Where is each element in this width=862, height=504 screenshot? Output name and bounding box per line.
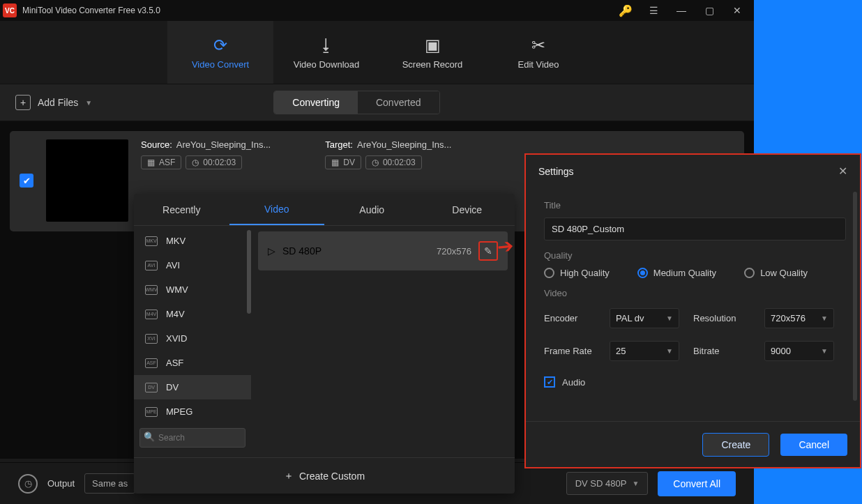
encoder-select[interactable]: PAL dv▼ xyxy=(610,308,679,328)
dialog-title: Settings xyxy=(538,166,574,177)
tab-video[interactable]: Video xyxy=(229,194,325,225)
format-search: 🔍 xyxy=(139,428,245,448)
resolution-label: Resolution xyxy=(693,313,750,323)
format-icon: MKV xyxy=(145,236,158,246)
quality-label: Quality xyxy=(544,250,846,261)
search-icon: 🔍 xyxy=(144,432,155,442)
chevron-down-icon: ▼ xyxy=(85,99,92,107)
output-folder-select[interactable]: Same as xyxy=(84,473,135,494)
sidebar-item-wmv[interactable]: WMVWMV xyxy=(134,277,251,302)
sidebar-item-m4v[interactable]: M4VM4V xyxy=(134,302,251,326)
source-container: ▦ ASF xyxy=(141,155,181,169)
format-icon: WMV xyxy=(145,285,158,295)
plus-icon: + xyxy=(15,95,31,110)
edit-preset-button[interactable]: ✎ xyxy=(478,241,498,261)
maximize-icon[interactable]: ▢ xyxy=(695,0,723,21)
tab-video-convert[interactable]: ⟳ Video Convert xyxy=(167,21,273,84)
sidebar-item-mkv[interactable]: MKVMKV xyxy=(134,229,251,253)
schedule-icon[interactable]: ◷ xyxy=(18,474,38,494)
audio-label: Audio xyxy=(562,377,585,388)
sidebar-item-label: ASF xyxy=(166,358,183,368)
format-presets: ▷ SD 480P 720x576 ✎ xyxy=(251,226,515,457)
create-button[interactable]: Create xyxy=(702,433,769,457)
target-label: Target: xyxy=(325,139,353,150)
bitrate-label: Bitrate xyxy=(693,346,750,356)
format-icon: MPE xyxy=(145,407,158,417)
record-icon: ▣ xyxy=(425,36,441,55)
search-input[interactable] xyxy=(139,428,245,448)
sidebar-item-asf[interactable]: ASFASF xyxy=(134,351,251,375)
sidebar-item-label: M4V xyxy=(166,309,185,319)
quality-radio-low-quality[interactable]: Low Quality xyxy=(744,268,808,278)
create-custom-button[interactable]: ＋ Create Custom xyxy=(134,457,515,494)
title-input[interactable] xyxy=(544,217,846,240)
video-file-icon: ▷ xyxy=(268,245,275,257)
tab-screen-record[interactable]: ▣ Screen Record xyxy=(379,21,485,84)
scrollbar[interactable] xyxy=(853,192,857,401)
bitrate-select[interactable]: 9000▼ xyxy=(764,341,834,361)
tab-recently[interactable]: Recently xyxy=(134,194,229,225)
video-thumbnail[interactable] xyxy=(46,139,128,222)
tab-label: Screen Record xyxy=(402,59,463,70)
convert-all-button[interactable]: Convert All xyxy=(658,471,736,496)
sidebar-item-mpeg[interactable]: MPEMPEG xyxy=(134,399,251,424)
cancel-button[interactable]: Cancel xyxy=(780,434,847,456)
format-sidebar[interactable]: MKVMKVAVIAVIWMVWMVM4VM4VXVIXVIDASFASFDVD… xyxy=(134,226,251,457)
framerate-select[interactable]: 25▼ xyxy=(610,341,679,361)
tab-converting[interactable]: Converting xyxy=(274,91,358,114)
sidebar-item-avi[interactable]: AVIAVI xyxy=(134,253,251,277)
tab-converted[interactable]: Converted xyxy=(358,91,439,114)
preset-resolution: 720x576 xyxy=(437,246,471,257)
sidebar-item-label: MPEG xyxy=(166,406,192,417)
sidebar-item-dv[interactable]: DVDV xyxy=(134,375,251,399)
sidebar-item-label: WMV xyxy=(166,284,188,295)
toolbar: + Add Files ▼ Converting Converted xyxy=(0,84,754,121)
add-files-button[interactable]: + Add Files ▼ xyxy=(15,95,92,110)
audio-toggle-row: ✔ Audio xyxy=(544,376,846,388)
tab-video-download[interactable]: ⭳ Video Download xyxy=(273,21,379,84)
source-label: Source: xyxy=(141,139,172,150)
format-icon: XVI xyxy=(145,334,158,344)
format-tabs: Recently Video Audio Device xyxy=(134,194,515,226)
target-format-select[interactable]: DV SD 480P▼ xyxy=(566,472,649,495)
target-filename: AreYou_Sleeping_Ins... xyxy=(357,139,451,150)
tab-audio[interactable]: Audio xyxy=(324,194,420,225)
format-icon: M4V xyxy=(145,310,158,319)
download-icon: ⭳ xyxy=(318,36,335,55)
quality-radio-medium-quality[interactable]: Medium Quality xyxy=(637,268,716,278)
preset-name: SD 480P xyxy=(282,245,322,257)
quality-radio-high-quality[interactable]: High Quality xyxy=(544,268,610,278)
format-icon: AVI xyxy=(145,261,158,270)
close-icon[interactable]: ✕ xyxy=(723,0,751,21)
framerate-label: Frame Rate xyxy=(544,346,596,356)
app-logo: VC xyxy=(3,3,17,17)
tab-device[interactable]: Device xyxy=(420,194,515,225)
source-meta: Source: AreYou_Sleeping_Ins... ▦ ASF ◷ 0… xyxy=(141,139,271,169)
app-title: MiniTool Video Converter Free v3.5.0 xyxy=(22,6,160,15)
format-panel: Recently Video Audio Device MKVMKVAVIAVI… xyxy=(134,194,515,494)
encoder-label: Encoder xyxy=(544,313,596,323)
section-title: Title xyxy=(544,200,846,211)
tab-edit-video[interactable]: ✂ Edit Video xyxy=(485,21,591,84)
dialog-close-icon[interactable]: ✕ xyxy=(838,165,847,178)
target-meta: Target: AreYou_Sleeping_Ins... ▦ DV ◷ 00… xyxy=(325,139,451,169)
format-icon: DV xyxy=(145,383,158,392)
video-section-label: Video xyxy=(544,288,846,298)
create-custom-label: Create Custom xyxy=(299,471,365,482)
preset-row[interactable]: ▷ SD 480P 720x576 ✎ xyxy=(258,231,508,270)
dialog-title-bar: Settings ✕ xyxy=(526,155,860,188)
upgrade-icon[interactable]: 🔑 xyxy=(612,0,640,21)
resolution-select[interactable]: 720x576▼ xyxy=(764,308,834,328)
target-duration: ◷ 00:02:03 xyxy=(365,155,422,169)
job-checkbox[interactable]: ✔ xyxy=(20,174,33,188)
radio-label: Medium Quality xyxy=(653,268,716,278)
audio-checkbox[interactable]: ✔ xyxy=(544,376,555,388)
radio-label: High Quality xyxy=(560,268,610,278)
plus-icon: ＋ xyxy=(284,470,294,482)
menu-icon[interactable]: ☰ xyxy=(640,0,667,21)
sidebar-item-xvid[interactable]: XVIXVID xyxy=(134,326,251,351)
source-duration: ◷ 00:02:03 xyxy=(186,155,242,169)
minimize-icon[interactable]: — xyxy=(667,0,695,21)
main-nav: ⟳ Video Convert ⭳ Video Download ▣ Scree… xyxy=(0,21,754,84)
edit-icon: ✂ xyxy=(531,36,545,55)
